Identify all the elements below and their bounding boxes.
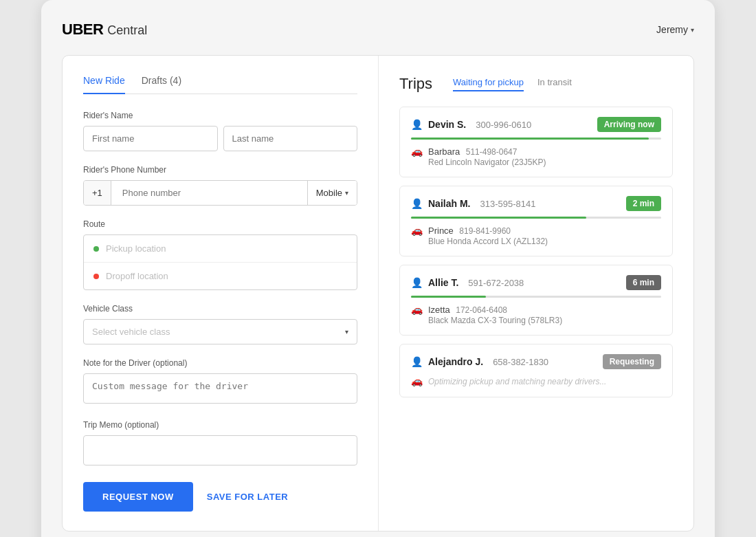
person-icon: 👤: [411, 119, 423, 130]
car-icon: 🚗: [411, 375, 423, 386]
memo-section: Trip Memo (optional): [83, 420, 357, 465]
dropoff-item[interactable]: Dropoff location: [84, 263, 357, 289]
trip-4-rider-info: 👤 Alejandro J. 658-382-1830: [411, 356, 548, 367]
car-icon: 🚗: [411, 146, 423, 157]
button-row: REQUEST NOW SAVE FOR LATER: [83, 482, 357, 512]
trip-1-rider-phone: 300-996-0610: [476, 120, 531, 130]
route-label: Route: [83, 219, 357, 229]
trip-4-optimizing-text: Optimizing pickup and matching nearby dr…: [428, 377, 606, 386]
trip-4-rider-phone: 658-382-1830: [493, 357, 548, 367]
main-card: UBER Central Jeremy ▾ New Ride Drafts (4…: [41, 0, 715, 537]
trip-1-progress-bar: [411, 138, 661, 140]
tab-drafts[interactable]: Drafts (4): [142, 75, 181, 94]
trip-2-rider-name: Nailah M.: [428, 198, 470, 209]
trip-2-progress-bar: [411, 217, 661, 219]
trip-4-driver-row: 🚗 Optimizing pickup and matching nearby …: [411, 375, 661, 387]
trip-3-rider-name: Allie T.: [428, 277, 458, 288]
pickup-dot-icon: [93, 246, 99, 252]
dropoff-placeholder: Dropoff location: [106, 271, 168, 281]
pickup-placeholder: Pickup location: [106, 243, 166, 254]
tab-new-ride[interactable]: New Ride: [83, 75, 125, 94]
trip-3-rider-info: 👤 Allie T. 591-672-2038: [411, 277, 524, 288]
note-label: Note for the Driver (optional): [83, 358, 357, 368]
right-panel: Trips Waiting for pickup In transit 👤 De…: [379, 56, 693, 531]
trips-title: Trips: [399, 75, 432, 93]
trip-1-rider-name: Devin S.: [428, 119, 466, 130]
pickup-item[interactable]: Pickup location: [84, 235, 357, 263]
trip-2-driver-vehicle: Blue Honda Accord LX (AZL132): [428, 237, 548, 246]
trip-3-progress-bar: [411, 296, 661, 298]
trip-4-rider-row: 👤 Alejandro J. 658-382-1830 Requesting: [411, 354, 661, 369]
chevron-down-icon: ▾: [345, 189, 348, 197]
person-icon: 👤: [411, 277, 423, 288]
trip-3-rider-phone: 591-672-2038: [468, 278, 524, 288]
trip-2-driver-name: Prince: [428, 226, 454, 236]
trip-3-progress-fill: [411, 296, 486, 298]
trip-1-rider-info: 👤 Devin S. 300-996-0610: [411, 119, 531, 130]
trip-2-status-badge: 2 min: [626, 196, 661, 211]
trip-4-driver-details: Optimizing pickup and matching nearby dr…: [428, 375, 606, 387]
user-name: Jeremy: [656, 24, 688, 35]
header: UBER Central Jeremy ▾: [62, 21, 694, 39]
vehicle-select[interactable]: Select vehicle class ▾: [83, 319, 357, 344]
first-name-input[interactable]: [83, 126, 218, 151]
trip-3-driver-vehicle: Black Mazda CX-3 Touring (578LR3): [428, 316, 562, 325]
last-name-input[interactable]: [223, 126, 358, 151]
trip-card-1: 👤 Devin S. 300-996-0610 Arriving now 🚗 B…: [399, 107, 673, 177]
trip-card-3: 👤 Allie T. 591-672-2038 6 min 🚗 Izetta 1…: [399, 265, 673, 336]
trip-3-status-badge: 6 min: [626, 275, 661, 290]
trip-1-driver-details: Barbara 511-498-0647 Red Lincoln Navigat…: [428, 145, 546, 167]
memo-input[interactable]: [83, 435, 357, 465]
request-now-button[interactable]: REQUEST NOW: [83, 482, 193, 512]
form-tabs: New Ride Drafts (4): [83, 75, 357, 94]
trip-2-progress-fill: [411, 217, 586, 219]
trip-card-2: 👤 Nailah M. 313-595-8141 2 min 🚗 Prince …: [399, 186, 673, 256]
trip-4-rider-name: Alejandro J.: [428, 356, 483, 367]
trip-2-rider-row: 👤 Nailah M. 313-595-8141 2 min: [411, 196, 661, 211]
trip-1-rider-row: 👤 Devin S. 300-996-0610 Arriving now: [411, 117, 661, 132]
trip-3-driver-details: Izetta 172-064-6408 Black Mazda CX-3 Tou…: [428, 303, 562, 325]
trip-card-4: 👤 Alejandro J. 658-382-1830 Requesting 🚗…: [399, 344, 673, 397]
memo-label: Trip Memo (optional): [83, 420, 357, 430]
phone-row: +1 Mobile ▾: [83, 180, 357, 206]
logo: UBER Central: [62, 21, 147, 39]
trip-1-driver-row: 🚗 Barbara 511-498-0647 Red Lincoln Navig…: [411, 145, 661, 167]
person-icon: 👤: [411, 198, 423, 209]
route-box: Pickup location Dropoff location: [83, 234, 357, 290]
trips-header: Trips Waiting for pickup In transit: [399, 75, 673, 93]
trip-1-status-badge: Arriving now: [597, 117, 661, 132]
user-menu[interactable]: Jeremy ▾: [656, 24, 694, 35]
note-section: Note for the Driver (optional): [83, 358, 357, 406]
vehicle-label: Vehicle Class: [83, 304, 357, 314]
trip-3-rider-row: 👤 Allie T. 591-672-2038 6 min: [411, 275, 661, 290]
phone-type-selector[interactable]: Mobile ▾: [307, 181, 357, 205]
name-row: [83, 126, 357, 151]
car-icon: 🚗: [411, 225, 423, 236]
trip-3-driver-phone: 172-064-6408: [456, 305, 507, 315]
trip-4-status-badge: Requesting: [603, 354, 661, 369]
trip-2-driver-details: Prince 819-841-9960 Blue Honda Accord LX…: [428, 224, 548, 246]
note-input[interactable]: [83, 373, 357, 404]
person-icon: 👤: [411, 356, 423, 367]
phone-type-label: Mobile: [316, 188, 342, 198]
vehicle-section: Vehicle Class Select vehicle class ▾: [83, 304, 357, 344]
trip-3-driver-row: 🚗 Izetta 172-064-6408 Black Mazda CX-3 T…: [411, 303, 661, 325]
dropoff-dot-icon: [93, 274, 99, 279]
main-content: New Ride Drafts (4) Rider's Name Rider's…: [62, 55, 694, 531]
save-for-later-button[interactable]: SAVE FOR LATER: [207, 492, 288, 502]
trip-2-driver-row: 🚗 Prince 819-841-9960 Blue Honda Accord …: [411, 224, 661, 246]
rider-name-label: Rider's Name: [83, 111, 357, 120]
trip-2-rider-info: 👤 Nailah M. 313-595-8141: [411, 198, 535, 209]
trip-2-driver-phone: 819-841-9960: [459, 226, 511, 236]
phone-prefix: +1: [84, 181, 111, 205]
phone-label: Rider's Phone Number: [83, 165, 357, 175]
rider-name-section: Rider's Name: [83, 111, 357, 151]
car-icon: 🚗: [411, 304, 423, 315]
route-section: Route Pickup location Dropoff location: [83, 219, 357, 290]
phone-input[interactable]: [117, 181, 302, 205]
tab-in-transit[interactable]: In transit: [537, 77, 572, 91]
tab-waiting-for-pickup[interactable]: Waiting for pickup: [453, 77, 524, 91]
vehicle-placeholder: Select vehicle class: [92, 327, 170, 337]
trip-1-driver-vehicle: Red Lincoln Navigator (23J5KP): [428, 157, 546, 167]
left-panel: New Ride Drafts (4) Rider's Name Rider's…: [63, 56, 379, 531]
